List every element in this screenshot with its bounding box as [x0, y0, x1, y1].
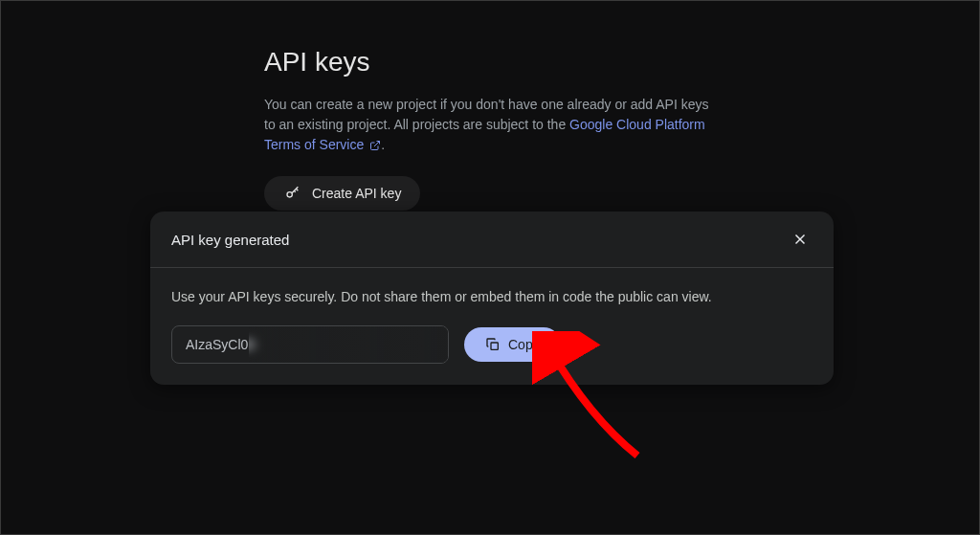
key-blur-overlay [249, 326, 448, 363]
create-api-key-button[interactable]: Create API key [264, 176, 420, 211]
key-row: AIzaSyCl0B Copy [171, 325, 813, 364]
svg-point-1 [287, 192, 292, 197]
page-description: You can create a new project if you don'… [264, 95, 709, 155]
page-title: API keys [264, 47, 709, 78]
copy-button[interactable]: Copy [464, 327, 561, 362]
dialog-title: API key generated [171, 232, 289, 248]
create-button-label: Create API key [312, 186, 401, 201]
close-icon [791, 231, 809, 248]
svg-rect-4 [491, 343, 498, 349]
dialog-body: Use your API keys securely. Do not share… [150, 268, 834, 385]
api-key-field[interactable]: AIzaSyCl0B [171, 325, 449, 364]
desc-suffix: . [381, 137, 385, 152]
api-key-dialog: API key generated Use your API keys secu… [150, 212, 834, 385]
copy-icon [485, 337, 501, 352]
copy-button-label: Copy [508, 337, 540, 352]
close-button[interactable] [788, 227, 813, 252]
external-link-icon [369, 140, 381, 151]
api-key-value: AIzaSyCl0B [186, 337, 257, 352]
dialog-header: API key generated [150, 212, 834, 268]
svg-line-0 [374, 142, 380, 147]
dialog-description: Use your API keys securely. Do not share… [171, 289, 813, 304]
key-icon [283, 186, 302, 201]
